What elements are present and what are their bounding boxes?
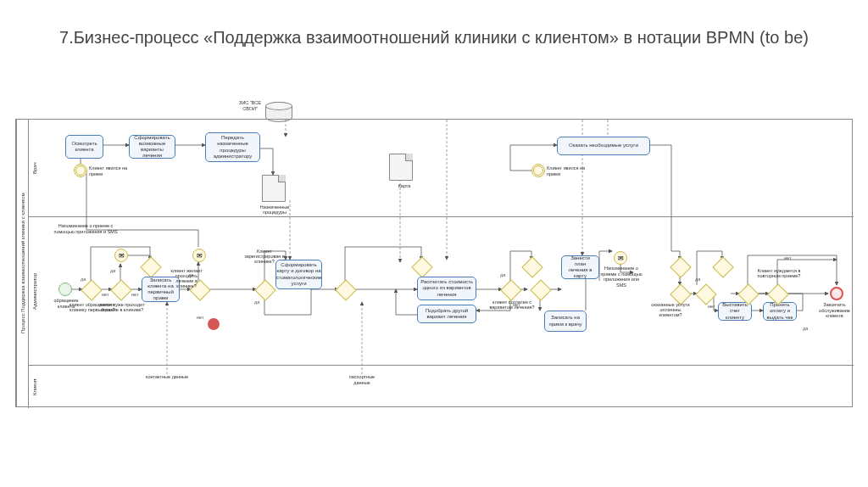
event-reminder-2-label: Напоминание о приеме с помощью приложени…	[599, 266, 643, 288]
no-2: нет	[131, 292, 138, 297]
start-event	[58, 283, 72, 296]
task-calc-cost: Рассчитать стоимость одного из вариантов…	[417, 277, 476, 300]
task-services: Оказать необходимые услуги	[557, 137, 650, 155]
gw-paid-label: оказанные услуги оплачены клиентом?	[650, 302, 691, 317]
task-payment: Принять оплату и выдать чек	[763, 302, 797, 321]
no-7: нет	[784, 255, 791, 260]
bpmn-diagram: Процесс Поддержка взаимоотношений клиник…	[15, 119, 853, 407]
yes-6: да	[695, 277, 700, 282]
event-arrived-1-label: Клиент явился на прием	[89, 165, 140, 176]
doc-procedures	[262, 175, 286, 202]
datastore-label: ЗИС "ВСЕ СВОИ"	[233, 100, 267, 111]
gateway-agree	[500, 279, 521, 300]
end-event-label: Закончить обслуживание клиента	[811, 302, 858, 319]
lane-label-admin: Администратор	[28, 217, 40, 365]
end-event	[830, 287, 843, 300]
task-transfer: Передать назначенные процедуры администр…	[205, 132, 260, 162]
doc-passport-label: паспортные данные	[341, 374, 383, 385]
gateway-merge-2	[335, 279, 356, 300]
task-form-options: Сформировать возможные варианты лечения	[129, 135, 175, 159]
gateway-merge-1	[140, 256, 161, 277]
event-arrived-2-label: Клиент явился на прием	[547, 165, 598, 176]
no-1: нет	[102, 292, 108, 297]
gw-repeat-label: Клиент нуждается в повторном приеме?	[754, 268, 804, 278]
gateway-merge-6	[712, 256, 733, 277]
event-reminder-1-label: Напоминание о приеме с помощью приложени…	[53, 223, 119, 234]
no-6: нет	[708, 304, 715, 309]
yes-5: да	[500, 272, 505, 277]
gateway-par-2	[530, 279, 551, 300]
no-3: нет	[197, 315, 203, 320]
task-plan-card: Занести план лечения в карту	[561, 255, 599, 279]
gateway-merge-4	[670, 256, 691, 277]
doc-card-label: Карта	[383, 183, 426, 188]
event-reminder-1: ✉	[114, 249, 128, 262]
gateway-in-treatment	[110, 279, 131, 300]
lane-label-client: Клиент	[28, 366, 40, 408]
gw-wants-label: клиент желает проходить лечение в клиник…	[169, 268, 204, 288]
doc-card	[389, 154, 413, 181]
yes-1: да	[81, 277, 86, 282]
flow-arrows	[40, 120, 854, 406]
gateway-registered	[254, 279, 275, 300]
yes-4: да	[254, 299, 259, 305]
lane-label-doctor: Врач	[28, 120, 40, 216]
task-book-doctor: Записать на прием к врачу	[544, 311, 587, 332]
page-title: 7.Бизнес-процесс «Поддержка взаимоотноше…	[0, 0, 868, 58]
terminate-event	[208, 318, 220, 330]
gateway-first-visit	[81, 279, 102, 300]
event-reminder-mid: ✉	[192, 249, 206, 262]
gw-agree-label: клиент согласен с вариантом лечения?	[487, 299, 537, 310]
yes-2: да	[110, 268, 115, 273]
task-form-card: Сформировать карту и договор на стоматол…	[275, 260, 322, 289]
gateway-paid	[695, 283, 716, 305]
yes-7: да	[803, 326, 808, 331]
yes-3: да	[188, 272, 193, 277]
gateway-par-1	[521, 256, 542, 277]
gw-in-treatment-label: клиент уже проходит лечение в клинике?	[97, 302, 147, 312]
pool-label: Процесс Поддержка взаимоотношений клиник…	[16, 120, 28, 406]
task-other-option: Подобрать другой вариант лечения	[417, 305, 476, 323]
task-inspect: Осмотреть клиента	[65, 135, 103, 159]
no-5: нет	[513, 302, 520, 307]
doc-procedures-label: Назначенные процедуры	[253, 204, 296, 215]
gateway-merge-3	[411, 256, 432, 277]
event-arrived-1	[74, 164, 87, 177]
event-arrived-2	[531, 164, 545, 177]
doc-contact-label: контактные данные	[146, 374, 188, 380]
event-reminder-2: ✉	[614, 251, 627, 265]
task-invoice: Выставить счет клиенту	[718, 302, 752, 321]
